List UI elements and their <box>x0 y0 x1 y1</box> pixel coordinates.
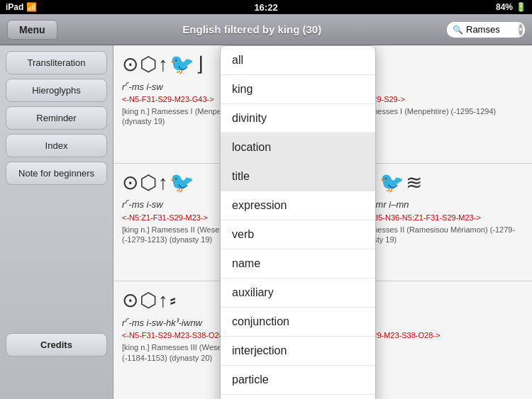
sidebar-item-hieroglyphs[interactable]: Hieroglyphs <box>6 79 107 102</box>
wifi-icon: 📶 <box>26 2 37 12</box>
content-area: ⊙⬡↑🐦⌋ rꜥ-ms i-sw <-N5-F31-S29-M23-G43-> … <box>113 45 532 399</box>
search-bar[interactable]: 🔍 × <box>447 22 525 38</box>
filter-dropdown: all king divinity location title express… <box>220 45 376 399</box>
search-clear-button[interactable]: × <box>519 24 523 35</box>
dropdown-item-expression[interactable]: expression <box>221 191 375 220</box>
dropdown-item-conjunction[interactable]: conjunction <box>221 308 375 337</box>
dropdown-item-king[interactable]: king <box>221 75 375 104</box>
dropdown-item-title[interactable]: title <box>221 162 375 191</box>
battery-icon: 🔋 <box>516 2 526 12</box>
search-icon: 🔍 <box>453 25 463 35</box>
dropdown-item-divinity[interactable]: divinity <box>221 104 375 133</box>
dropdown-item-interjection[interactable]: interjection <box>221 337 375 366</box>
status-right: 84% 🔋 <box>496 2 526 12</box>
status-time: 16:22 <box>254 2 277 13</box>
sidebar-item-credits[interactable]: Credits <box>6 333 107 356</box>
dropdown-item-particle[interactable]: particle <box>221 366 375 395</box>
status-ipad-label: iPad <box>6 2 23 12</box>
dropdown-item-all[interactable]: all <box>221 46 375 75</box>
dropdown-item-name[interactable]: name <box>221 249 375 279</box>
sidebar-item-reminder[interactable]: Reminder <box>6 106 107 130</box>
nav-title: English filtered by king (30) <box>57 23 447 35</box>
status-bar: iPad 📶 16:22 84% 🔋 <box>0 0 532 14</box>
sidebar-item-transliteration[interactable]: Transliteration <box>6 51 107 74</box>
sidebar-item-note-for-beginners[interactable]: Note for beginners <box>6 162 107 185</box>
battery-label: 84% <box>496 2 513 12</box>
dropdown-item-preposition[interactable]: preposition <box>221 395 375 399</box>
menu-button[interactable]: Menu <box>7 20 57 40</box>
sidebar: Transliteration Hieroglyphs Reminder Ind… <box>0 45 113 399</box>
search-input[interactable] <box>466 24 516 35</box>
dropdown-item-location[interactable]: location <box>221 133 375 162</box>
sidebar-item-index[interactable]: Index <box>6 134 107 157</box>
main-layout: Transliteration Hieroglyphs Reminder Ind… <box>0 45 532 399</box>
dropdown-item-auxiliary[interactable]: auxiliary <box>221 279 375 308</box>
dropdown-item-verb[interactable]: verb <box>221 220 375 249</box>
status-left: iPad 📶 <box>6 2 37 12</box>
nav-bar: Menu English filtered by king (30) 🔍 × <box>0 14 532 45</box>
